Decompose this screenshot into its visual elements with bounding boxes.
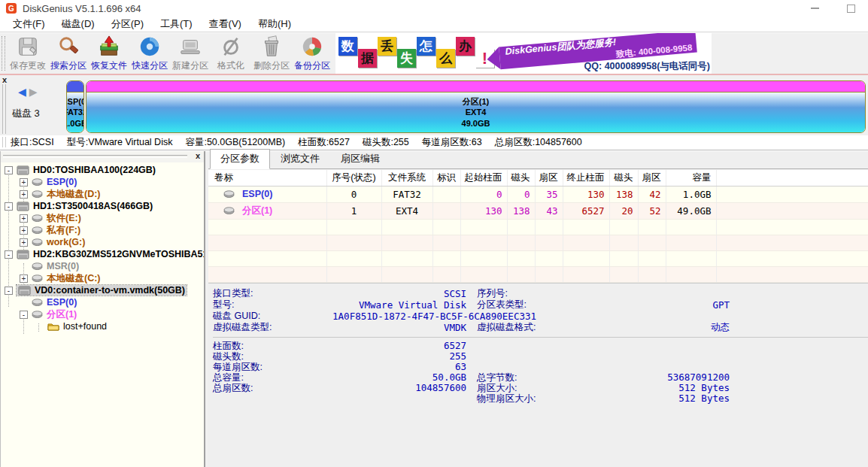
table-row-partition-1[interactable]: 分区(1) 1 EXT4 130 138 43 6527 20 52 49.0G… <box>208 202 868 219</box>
partition-name: 分区(1) <box>463 96 489 107</box>
expand-icon[interactable]: + <box>20 274 28 283</box>
tree-item-local-c[interactable]: + 本地磁盘(C:) <box>1 272 204 284</box>
cell-end-cyl: 130 <box>563 186 609 202</box>
tree-item-esp-vd0[interactable]: ESP(0) <box>1 296 204 308</box>
col-volume[interactable]: 卷标 <box>208 170 326 186</box>
tree-item-local-d[interactable]: + 本地磁盘(D:) <box>1 188 204 200</box>
minimize-button[interactable] <box>805 2 824 15</box>
partition-size: 1.0GB <box>66 118 84 129</box>
expand-icon[interactable]: + <box>20 178 28 186</box>
col-end-head[interactable]: 磁头 <box>609 170 638 186</box>
detail-value: 63 <box>326 362 466 372</box>
tree-item-private-f[interactable]: + 私有(F:) <box>1 224 204 236</box>
tree-item-esp-hd0[interactable]: + ESP(0) <box>1 176 204 188</box>
partition-icon <box>223 207 235 214</box>
tree-item-vd0-selected[interactable]: - VD0:container-to-vm.vmdk(50GB) <box>1 284 204 296</box>
menu-bar: 文件(F) 磁盘(D) 分区(P) 工具(T) 查看(V) 帮助(H) <box>0 17 868 32</box>
cell-start-head: 138 <box>507 202 535 219</box>
collapse-icon[interactable]: - <box>20 311 28 319</box>
tree-item-partition-1[interactable]: - 分区(1) <box>1 308 204 320</box>
toolbar-button-label: 搜索分区 <box>50 59 86 72</box>
col-filler <box>716 170 868 186</box>
tree-item-label: 本地磁盘(C:) <box>47 272 101 285</box>
expander-placeholder <box>20 262 28 271</box>
collapse-icon[interactable]: - <box>5 287 13 295</box>
tab-browse-files[interactable]: 浏览文件 <box>270 149 330 169</box>
toolbar-grip[interactable] <box>2 36 5 71</box>
details-divider <box>213 337 868 338</box>
disk-tree: - HD0:TOSHIBAA100(224GB) + ESP(0) + 本地磁盘… <box>1 164 204 467</box>
hard-disk-icon <box>18 286 31 296</box>
tree-item-hd2[interactable]: - HD2:KBG30ZMS512GNVMeTOSHIBA512GB <box>1 248 204 260</box>
col-start-cylinder[interactable]: 起始柱面 <box>460 170 507 186</box>
toolbar: 保存更改 搜索分区 恢复文件 快速分区 <box>0 33 868 74</box>
menu-partition[interactable]: 分区(P) <box>103 16 152 32</box>
col-capacity[interactable]: 容量 <box>666 170 716 186</box>
detail-row: 柱面数: 6527 <box>213 341 868 351</box>
tree-panel-grip[interactable] <box>3 155 187 158</box>
format-button[interactable]: 格式化 <box>211 35 251 72</box>
cell-end-cyl: 6527 <box>563 202 609 219</box>
delete-partition-button[interactable]: 删除分区 <box>251 35 292 72</box>
maximize-button[interactable] <box>841 2 860 15</box>
tree-item-label: lost+found <box>63 321 107 332</box>
expand-icon[interactable]: + <box>20 238 28 247</box>
partition-block-esp[interactable]: ESP(0) FAT32 1.0GB <box>66 80 84 133</box>
title-bar: G DiskGenius V5.1.1.696 x64 <box>0 0 868 17</box>
search-partition-button[interactable]: 搜索分区 <box>48 35 89 72</box>
tab-partition-params[interactable]: 分区参数 <box>210 149 270 169</box>
col-id[interactable]: 标识 <box>432 170 460 186</box>
col-start-sector[interactable]: 扇区 <box>535 170 563 186</box>
tab-sector-edit[interactable]: 扇区编辑 <box>330 149 390 169</box>
collapse-icon[interactable]: - <box>5 202 13 211</box>
backup-partition-button[interactable]: 备份分区 <box>292 35 332 72</box>
disk-bar-grip[interactable] <box>2 84 6 134</box>
ad-banner[interactable]: 数 据 丢 失 怎 么 办 ! DiskGenius团队为您服务! 致电: 40… <box>335 33 712 74</box>
tree-item-lost-found[interactable]: lost+found <box>1 320 204 332</box>
detail-row: 物理扇区大小: 512 Bytes <box>213 393 868 404</box>
tree-panel-close-icon[interactable]: x <box>196 151 200 160</box>
next-disk-arrow-icon[interactable]: ▶ <box>29 86 41 98</box>
partition-block-main[interactable]: 分区(1) EXT4 49.0GB <box>86 80 866 133</box>
recover-files-button[interactable]: 恢复文件 <box>89 35 129 72</box>
main-area: x - HD0:TOSHIBAA100(224GB) + ESP(0) <box>0 151 868 467</box>
tree-item-label: 分区(1) <box>47 308 77 321</box>
ad-tile: 失 <box>397 49 416 68</box>
menu-view[interactable]: 查看(V) <box>201 16 250 32</box>
menu-help[interactable]: 帮助(H) <box>250 16 299 32</box>
detail-value: 53687091200 <box>597 372 730 383</box>
col-end-sector[interactable]: 扇区 <box>638 170 666 186</box>
menu-disk[interactable]: 磁盘(D) <box>53 16 103 32</box>
table-row-esp[interactable]: ESP(0) 0 FAT32 0 0 35 130 138 42 1.0GB <box>208 186 868 202</box>
col-end-cylinder[interactable]: 终止柱面 <box>563 170 609 186</box>
tree-item-software-e[interactable]: + 软件(E:) <box>1 212 204 224</box>
expand-icon[interactable]: + <box>20 226 28 235</box>
tree-item-work-g[interactable]: + work(G:) <box>1 236 204 248</box>
toolbar-button-label: 新建分区 <box>172 59 208 72</box>
expand-icon[interactable]: + <box>20 190 28 199</box>
toolbar-button-label: 删除分区 <box>253 59 290 72</box>
new-partition-button[interactable]: 新建分区 <box>170 35 211 72</box>
col-seq-status[interactable]: 序号(状态) <box>326 170 381 186</box>
expand-icon[interactable]: + <box>20 214 28 223</box>
tree-item-label: HD0:TOSHIBAA100(224GB) <box>33 165 156 175</box>
disk-bar-close-icon[interactable]: x <box>2 75 7 84</box>
partition-icon <box>32 262 43 270</box>
collapse-icon[interactable]: - <box>5 250 13 259</box>
tree-item-hd1[interactable]: - HD1:ST3500418AS(466GB) <box>1 200 204 212</box>
col-start-head[interactable]: 磁头 <box>507 170 535 186</box>
tree-item-msr[interactable]: MSR(0) <box>1 260 204 272</box>
cell-fs: EXT4 <box>381 202 432 219</box>
menu-file[interactable]: 文件(F) <box>5 16 53 32</box>
empty-table-row <box>208 266 868 282</box>
detail-label: 虚拟磁盘类型: <box>213 322 326 333</box>
menu-tools[interactable]: 工具(T) <box>152 16 201 32</box>
collapse-icon[interactable]: - <box>5 166 13 174</box>
col-filesystem[interactable]: 文件系统 <box>381 170 432 186</box>
prev-disk-arrow-icon[interactable]: ◀ <box>18 86 29 98</box>
tree-item-hd0[interactable]: - HD0:TOSHIBAA100(224GB) <box>1 164 204 176</box>
save-changes-button[interactable]: 保存更改 <box>8 35 48 72</box>
folder-icon <box>47 322 59 331</box>
quick-partition-button[interactable]: 快速分区 <box>129 35 170 72</box>
partition-size: 49.0GB <box>462 118 490 129</box>
